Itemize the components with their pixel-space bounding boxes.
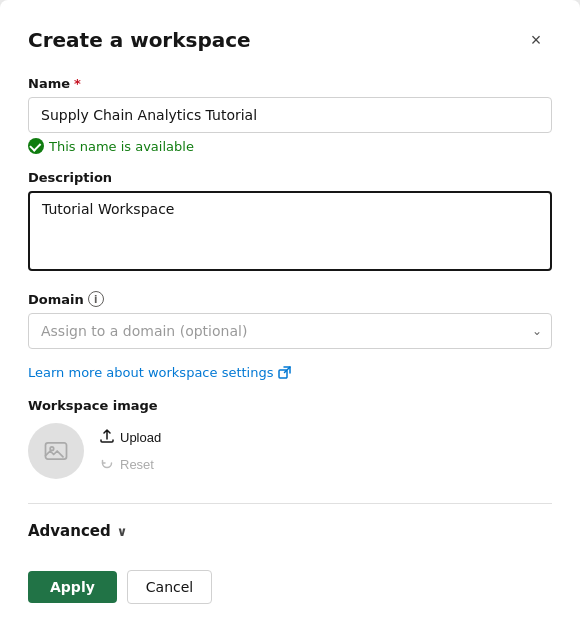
reset-button[interactable]: Reset — [100, 454, 161, 475]
description-label: Description — [28, 170, 552, 185]
domain-select-wrapper: Assign to a domain (optional) ⌄ — [28, 313, 552, 349]
description-input[interactable]: Tutorial Workspace — [28, 191, 552, 271]
availability-message: This name is available — [28, 138, 552, 154]
availability-check-icon — [28, 138, 44, 154]
upload-button[interactable]: Upload — [100, 427, 161, 448]
apply-button[interactable]: Apply — [28, 571, 117, 603]
upload-icon — [100, 429, 114, 446]
image-controls: Upload Reset — [28, 423, 552, 479]
close-button[interactable]: × — [520, 24, 552, 56]
workspace-image-label: Workspace image — [28, 398, 552, 413]
advanced-chevron-icon: ∨ — [117, 524, 128, 539]
reset-icon — [100, 456, 114, 473]
description-field-group: Description Tutorial Workspace — [28, 170, 552, 275]
domain-info-icon: i — [88, 291, 104, 307]
name-input[interactable] — [28, 97, 552, 133]
advanced-section: Advanced ∨ — [28, 522, 552, 540]
external-link-icon — [278, 366, 291, 379]
workspace-image-section: Workspace image Upload — [28, 398, 552, 479]
required-asterisk: * — [74, 76, 81, 91]
section-divider — [28, 503, 552, 504]
create-workspace-dialog: Create a workspace × Name * This name is… — [0, 0, 580, 618]
footer-actions: Apply Cancel — [28, 560, 552, 604]
learn-more-link[interactable]: Learn more about workspace settings — [28, 365, 552, 380]
dialog-header: Create a workspace × — [28, 24, 552, 56]
advanced-toggle-button[interactable]: Advanced ∨ — [28, 522, 127, 540]
dialog-title: Create a workspace — [28, 28, 251, 52]
image-placeholder — [28, 423, 84, 479]
cancel-button[interactable]: Cancel — [127, 570, 212, 604]
domain-select[interactable]: Assign to a domain (optional) — [28, 313, 552, 349]
image-actions: Upload Reset — [100, 427, 161, 475]
image-placeholder-icon — [42, 437, 70, 465]
name-label: Name * — [28, 76, 552, 91]
svg-point-2 — [50, 447, 54, 451]
name-field-group: Name * This name is available — [28, 76, 552, 154]
domain-label: Domain i — [28, 291, 552, 307]
domain-field-group: Domain i Assign to a domain (optional) ⌄ — [28, 291, 552, 349]
